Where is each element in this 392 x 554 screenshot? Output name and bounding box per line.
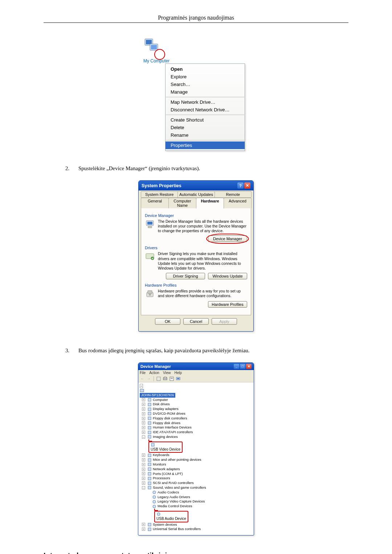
maximize-button[interactable]: □ xyxy=(240,364,245,369)
scan-icon[interactable] xyxy=(176,376,181,381)
forward-icon[interactable]: → xyxy=(146,376,151,381)
tree-item-label: Keyboards xyxy=(153,453,169,457)
properties-icon[interactable] xyxy=(169,376,174,381)
tree-item[interactable]: +Floppy disk drives xyxy=(140,421,252,426)
tree-item[interactable]: +SCSI and RAID controllers xyxy=(140,481,252,485)
tree-item[interactable]: Audio Codecs xyxy=(140,490,252,495)
dmgr-menubar: File Action View Help xyxy=(138,370,254,376)
svg-rect-1 xyxy=(146,40,152,44)
close-button[interactable]: ✕ xyxy=(244,182,250,189)
tab-hardware[interactable]: Hardware xyxy=(196,198,224,209)
tree-item-label: Audio Codecs xyxy=(158,490,179,495)
cancel-button[interactable]: Cancel xyxy=(183,318,209,325)
menu-open[interactable]: Open xyxy=(166,65,245,73)
tab-system-restore[interactable]: System Restore xyxy=(141,191,178,197)
help-button[interactable]: ? xyxy=(237,182,244,189)
expand-icon[interactable]: + xyxy=(142,426,145,429)
tree-item-label: Ports (COM & LPT) xyxy=(153,472,183,476)
menu-file[interactable]: File xyxy=(140,371,146,375)
tree-item[interactable]: +Ports (COM & LPT) xyxy=(140,472,252,476)
tab-remote[interactable]: Remote xyxy=(215,191,252,197)
apply-button[interactable]: Apply xyxy=(212,318,237,325)
windows-update-button[interactable]: Windows Update xyxy=(208,273,247,279)
tree-item[interactable]: −Sound, video and game controllers xyxy=(140,485,252,490)
expand-icon[interactable]: + xyxy=(142,403,145,406)
tree-item[interactable]: +DVD/CD-ROM drives xyxy=(140,411,252,416)
expand-icon[interactable]: + xyxy=(142,431,145,434)
page-header: Programinės įrangos naudojimas xyxy=(44,15,348,23)
tree-item[interactable]: +Universal Serial Bus controllers xyxy=(140,527,252,532)
expand-icon[interactable]: + xyxy=(142,454,145,457)
tree-item[interactable]: +Mice and other pointing devices xyxy=(140,457,252,462)
expand-icon[interactable]: − xyxy=(142,486,145,489)
menu-view[interactable]: View xyxy=(163,371,171,375)
ok-button[interactable]: OK xyxy=(155,318,180,325)
svg-rect-10 xyxy=(148,291,152,294)
expand-icon[interactable]: + xyxy=(142,463,145,466)
menu-delete[interactable]: Delete xyxy=(166,124,245,131)
driver-signing-button[interactable]: Driver Signing xyxy=(166,273,205,279)
tree-item[interactable]: +Monitors xyxy=(140,462,252,467)
menu-create-shortcut[interactable]: Create Shortcut xyxy=(166,116,245,124)
expand-icon[interactable]: + xyxy=(142,407,145,411)
tree-item[interactable]: Legacy Audio Drivers xyxy=(140,495,252,500)
menu-separator xyxy=(166,115,244,115)
tree-item[interactable]: +Floppy disk controllers xyxy=(140,416,252,421)
tree-item[interactable]: −Imaging devices xyxy=(140,435,252,439)
expand-icon[interactable]: − xyxy=(142,435,145,439)
menu-manage[interactable]: Manage xyxy=(166,88,245,96)
tab-general[interactable]: General xyxy=(141,198,169,208)
hardware-profiles-button[interactable]: Hardware Profiles xyxy=(208,301,247,308)
expand-icon[interactable]: + xyxy=(142,481,145,485)
tree-expand-icon[interactable]: − xyxy=(140,384,143,388)
expand-icon[interactable]: + xyxy=(142,458,145,461)
tab-computer-name[interactable]: Computer Name xyxy=(168,198,196,208)
expand-icon[interactable]: + xyxy=(142,417,145,420)
dmgr-title-text: Device Manager xyxy=(140,364,171,369)
expand-icon[interactable]: + xyxy=(142,477,145,480)
tree-item[interactable]: +System devices xyxy=(140,522,252,527)
tab-automatic-updates[interactable]: Automatic Updates xyxy=(177,191,215,197)
menu-action[interactable]: Action xyxy=(149,371,159,375)
back-icon[interactable]: ← xyxy=(140,376,145,381)
mouse-icon xyxy=(147,458,152,462)
expand-icon[interactable]: + xyxy=(142,528,145,531)
tree-item[interactable]: +Computer xyxy=(140,398,252,402)
tree-item[interactable]: Legacy Video Capture Devices xyxy=(140,499,252,504)
expand-icon[interactable]: + xyxy=(142,472,145,475)
menu-properties[interactable]: Properties xyxy=(166,141,245,149)
expand-icon[interactable]: + xyxy=(142,468,145,471)
menu-disconnect-drive[interactable]: Disconnect Network Drive… xyxy=(166,106,245,114)
header-text: Programinės įrangos naudojimas xyxy=(158,15,234,21)
menu-search[interactable]: Search… xyxy=(166,81,245,88)
tree-item[interactable]: +Disk drives xyxy=(140,402,252,407)
tree-item[interactable]: +Keyboards xyxy=(140,453,252,457)
tree-item-label: System devices xyxy=(153,522,177,527)
tree-root[interactable]: JOHN-SP13CH07KN xyxy=(140,393,175,398)
tab-advanced[interactable]: Advanced xyxy=(224,198,252,208)
menu-rename[interactable]: Rename xyxy=(166,131,245,139)
expand-icon[interactable]: + xyxy=(142,398,145,401)
expand-icon[interactable]: + xyxy=(142,421,145,424)
tree-item[interactable]: +Network adapters xyxy=(140,467,252,472)
expand-icon[interactable]: + xyxy=(142,412,145,415)
minimize-button[interactable]: _ xyxy=(234,364,239,369)
tree-item-label: Processors xyxy=(153,476,170,481)
section-heading: Interneto kameros nustatymų tikrinimas xyxy=(44,551,348,554)
toolbar-icon[interactable] xyxy=(156,376,161,381)
tree-item[interactable]: +Processors xyxy=(140,476,252,481)
tree-item[interactable]: +IDE ATA/ATAPI controllers xyxy=(140,430,252,435)
tree-item[interactable]: +Display adapters xyxy=(140,407,252,411)
print-icon[interactable] xyxy=(163,376,168,381)
menu-explore[interactable]: Explore xyxy=(166,73,245,81)
speaker-icon xyxy=(156,512,161,516)
close-button[interactable]: ✕ xyxy=(246,364,252,369)
tree-item[interactable]: +Human Interface Devices xyxy=(140,425,252,430)
menu-help[interactable]: Help xyxy=(174,371,182,375)
svg-rect-36 xyxy=(148,477,151,480)
tree-item[interactable]: Media Control Devices xyxy=(140,504,252,509)
device-manager-button[interactable]: Device Manager xyxy=(208,235,247,242)
step-text: Bus rodomas įdiegtų įrenginių sąrašas, k… xyxy=(78,348,348,354)
menu-map-drive[interactable]: Map Network Drive… xyxy=(166,98,245,106)
expand-icon[interactable]: + xyxy=(142,523,145,526)
